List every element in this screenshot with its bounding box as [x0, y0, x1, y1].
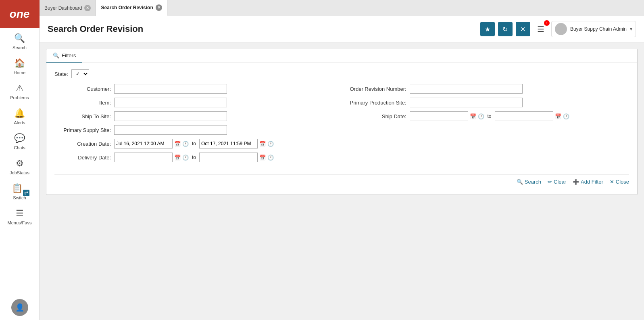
item-input[interactable]: [114, 98, 227, 107]
alerts-icon: 🔔: [14, 108, 25, 119]
ship-calendar-icon-to[interactable]: 📅: [555, 113, 561, 119]
search-action-label: Search: [525, 179, 541, 185]
sidebar: one 🔍 Search 🏠 Home ⚠ Problems 🔔 Alerts …: [0, 0, 40, 320]
delivery-calendar-icon-from[interactable]: 📅: [174, 155, 181, 161]
chats-icon: 💬: [14, 133, 25, 144]
customer-input[interactable]: [114, 84, 227, 94]
clear-action-icon: ✏: [548, 179, 552, 185]
calendar-icon-from[interactable]: 📅: [174, 141, 181, 147]
sidebar-item-chats[interactable]: 💬 Chats: [0, 128, 39, 153]
sidebar-item-label: Search: [13, 45, 27, 50]
clear-action-label: Clear: [554, 179, 566, 185]
delivery-date-to-input[interactable]: [199, 153, 258, 162]
menus-icon: ☰: [16, 208, 24, 219]
tab-close-buyer-dashboard[interactable]: ✕: [84, 5, 91, 11]
close-tab-button[interactable]: ✕: [516, 22, 530, 36]
item-row: Item:: [54, 98, 334, 107]
ship-date-from-input[interactable]: [410, 111, 468, 121]
ship-date-row: Ship Date: 📅 🕐 to 📅 🕐: [350, 111, 629, 121]
ship-to-site-input[interactable]: [114, 111, 227, 121]
primary-supply-site-input[interactable]: [114, 125, 227, 135]
ship-to-site-row: Ship To Site:: [54, 111, 334, 121]
switch-icon-stack: 📋 ⇄: [12, 183, 28, 195]
order-revision-number-row: Order Revision Number:: [350, 84, 629, 94]
problems-icon: ⚠: [16, 83, 24, 94]
filters-tab[interactable]: 🔍 Filters: [46, 49, 82, 63]
form-columns: Customer: Item: Ship To Site: Pr: [54, 84, 629, 166]
ship-to-site-label: Ship To Site:: [54, 113, 111, 119]
header-actions: ★ ↻ ✕ ☰ 1 Buyer Suppy Chain Admin ▾: [480, 21, 636, 37]
user-avatar-sidebar[interactable]: 👤: [11, 299, 28, 316]
close-filter-button[interactable]: ✕ Close: [610, 179, 629, 185]
tab-buyer-dashboard[interactable]: Buyer Dashboard ✕: [40, 0, 96, 16]
tab-search-order-revision[interactable]: Search Order Revision ✕: [96, 0, 167, 16]
primary-production-site-input[interactable]: [410, 98, 523, 107]
search-button[interactable]: 🔍 Search: [517, 179, 541, 185]
delivery-calendar-icon-to[interactable]: 📅: [259, 155, 266, 161]
ship-date-to-input[interactable]: [495, 111, 553, 121]
order-revision-number-input[interactable]: [410, 84, 523, 94]
time-icon-from[interactable]: 🕐: [182, 141, 189, 147]
sidebar-item-label: Chats: [14, 145, 25, 150]
creation-date-inputs: 📅 🕐 to 📅 🕐: [114, 139, 274, 148]
ship-calendar-icon-from[interactable]: 📅: [470, 113, 476, 119]
close-filter-icon: ✕: [610, 179, 614, 185]
creation-date-to-input[interactable]: [199, 139, 258, 148]
delivery-date-from-input[interactable]: [114, 153, 173, 162]
sidebar-item-label: JobStatus: [10, 170, 29, 175]
ship-time-icon-to[interactable]: 🕐: [563, 113, 569, 119]
primary-production-site-label: Primary Production Site:: [350, 100, 406, 106]
add-filter-label: Add Filter: [581, 179, 603, 185]
sidebar-item-label: Problems: [10, 95, 29, 100]
time-icon-to[interactable]: 🕐: [267, 141, 274, 147]
calendar-icon-to[interactable]: 📅: [259, 141, 266, 147]
app-logo[interactable]: one: [0, 0, 40, 28]
ship-date-label: Ship Date:: [350, 113, 406, 119]
tab-bar: Buyer Dashboard ✕ Search Order Revision …: [40, 0, 644, 16]
tab-close-search-order-revision[interactable]: ✕: [156, 4, 162, 11]
close-filter-label: Close: [616, 179, 629, 185]
tab-label: Search Order Revision: [101, 5, 153, 10]
refresh-button[interactable]: ↻: [498, 22, 513, 36]
sidebar-item-switch[interactable]: 📋 ⇄ Switch: [0, 178, 39, 203]
sidebar-bottom: 👤: [11, 299, 28, 320]
sidebar-item-label: Alerts: [14, 120, 25, 125]
creation-date-from-input[interactable]: [114, 139, 173, 148]
sidebar-item-menus[interactable]: ☰ Menus/Favs: [0, 203, 39, 228]
switch-overlay-icon: ⇄: [23, 190, 29, 196]
sidebar-item-problems[interactable]: ⚠ Problems: [0, 78, 39, 103]
user-avatar: [555, 23, 567, 35]
content-area: 🔍 Filters State: ✓ Cust: [40, 42, 644, 320]
creation-date-label: Creation Date:: [54, 141, 111, 147]
switch-icon: 📋: [12, 183, 23, 194]
jobstatus-icon: ⚙: [16, 158, 24, 169]
add-filter-button[interactable]: ➕ Add Filter: [573, 179, 603, 185]
ship-time-icon-from[interactable]: 🕐: [478, 113, 484, 119]
search-action-icon: 🔍: [517, 179, 523, 185]
sidebar-item-home[interactable]: 🏠 Home: [0, 53, 39, 78]
favorite-button[interactable]: ★: [480, 22, 495, 36]
delivery-date-row: Delivery Date: 📅 🕐 to 📅 🕐: [54, 153, 334, 162]
sidebar-item-search[interactable]: 🔍 Search: [0, 28, 39, 53]
chevron-down-icon: ▾: [630, 26, 632, 32]
filter-icon: 🔍: [53, 52, 59, 59]
home-icon: 🏠: [14, 58, 25, 69]
filters-body: State: ✓ Customer: Item:: [46, 63, 637, 195]
form-col-right: Order Revision Number: Primary Productio…: [350, 84, 629, 166]
sidebar-item-label: Home: [14, 70, 25, 75]
user-name: Buyer Suppy Chain Admin: [570, 26, 627, 32]
state-select[interactable]: ✓: [71, 69, 89, 78]
primary-supply-site-row: Primary Supply Site:: [54, 125, 334, 135]
form-col-left: Customer: Item: Ship To Site: Pr: [54, 84, 334, 166]
search-icon: 🔍: [14, 33, 25, 44]
delivery-time-icon-from[interactable]: 🕐: [182, 155, 189, 161]
filters-tab-label: Filters: [62, 52, 76, 59]
sidebar-item-alerts[interactable]: 🔔 Alerts: [0, 103, 39, 128]
page-header: Search Order Revision ★ ↻ ✕ ☰ 1 Buyer Su…: [40, 16, 644, 42]
user-dropdown[interactable]: Buyer Suppy Chain Admin ▾: [551, 21, 636, 37]
delivery-time-icon-to[interactable]: 🕐: [267, 155, 274, 161]
sidebar-item-jobstatus[interactable]: ⚙ JobStatus: [0, 153, 39, 178]
clear-button[interactable]: ✏ Clear: [548, 179, 566, 185]
notification-button[interactable]: ☰ 1: [534, 22, 548, 36]
add-filter-icon: ➕: [573, 179, 579, 185]
